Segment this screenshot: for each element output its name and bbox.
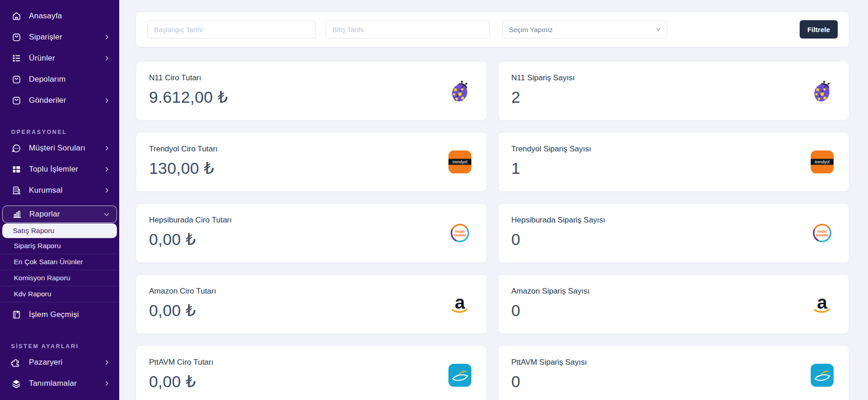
sidebar-item-label: Depolarım	[29, 75, 66, 84]
n11-ladybug-icon	[448, 79, 472, 103]
sidebar-item-urunler[interactable]: Ürünler	[0, 48, 119, 69]
sidebar-item-tanimlamalar[interactable]: Tanımlamalar	[0, 373, 119, 394]
card-value: 0	[511, 230, 836, 249]
start-date-input[interactable]	[147, 20, 316, 39]
warehouse-bag-icon	[11, 74, 22, 85]
chevron-right-icon	[104, 359, 110, 366]
card-value: 2	[511, 88, 836, 106]
history-book-icon	[11, 310, 22, 320]
amazon-icon: a	[448, 292, 472, 316]
card-n11-ciro: N11 Ciro Tutarı 9.612,00 ₺	[136, 61, 487, 121]
card-value: 0,00 ₺	[149, 301, 474, 320]
sidebar-item-label: İşlem Geçmişi	[29, 310, 79, 319]
svg-text:burada: burada	[816, 233, 829, 237]
sidebar-item-islem-gecmisi[interactable]: İşlem Geçmişi	[0, 304, 119, 325]
card-hepsiburada-siparis: Hepsiburada Sipariş Sayısı 0 hepsiburada	[498, 203, 849, 263]
card-title: Hepsiburada Sipariş Sayısı	[511, 216, 836, 225]
card-value: 130,00 ₺	[149, 159, 474, 178]
sidebar-subitem-label: En Çok Satan Ürünler	[14, 258, 83, 266]
card-title: Hepsiburada Ciro Tutarı	[149, 216, 474, 225]
orders-bag-icon	[11, 32, 22, 43]
sidebar-subitem-komisyon-raporu[interactable]: Komisyon Raporu	[1, 270, 118, 286]
sidebar-item-anasayfa[interactable]: Anasayfa	[0, 6, 119, 27]
grid-table-icon	[11, 164, 22, 175]
hepsiburada-icon: hepsiburada	[448, 221, 472, 245]
sidebar-section-operational: OPERASYONEL	[0, 127, 119, 138]
card-title: N11 Sipariş Sayısı	[511, 73, 836, 83]
main-content: Seçim Yapınız ˅ Filtrele N11 Ciro Tutarı…	[119, 0, 868, 400]
card-trendyol-siparis: Trendyol Sipariş Sayısı 1 trendyol	[498, 132, 849, 192]
sidebar-item-pazaryeri[interactable]: Pazaryeri	[0, 352, 119, 373]
n11-ladybug-icon	[810, 79, 834, 103]
sidebar-item-label: Toplu İşlemler	[29, 165, 78, 174]
marketplace-select[interactable]: Seçim Yapınız ˅	[502, 20, 667, 39]
sidebar-item-toplu-islemler[interactable]: Toplu İşlemler	[0, 159, 119, 180]
svg-text:a: a	[817, 292, 828, 312]
sidebar-item-label: Gönderiler	[29, 96, 66, 105]
sidebar-item-gonderiler[interactable]: Gönderiler	[0, 90, 119, 111]
card-value: 0	[511, 372, 836, 391]
card-value: 0,00 ₺	[149, 372, 474, 391]
chevron-right-icon	[104, 187, 110, 194]
card-hepsiburada-ciro: Hepsiburada Ciro Tutarı 0,00 ₺ hepsibura…	[136, 203, 487, 263]
card-trendyol-ciro: Trendyol Ciro Tutarı 130,00 ₺ trendyol	[136, 132, 487, 192]
reports-submenu: Sipariş Raporu En Çok Satan Ürünler Komi…	[0, 238, 119, 302]
svg-text:trendyol: trendyol	[453, 160, 467, 164]
chevron-right-icon	[104, 97, 110, 104]
card-title: Amazon Ciro Tutarı	[149, 287, 474, 296]
card-pttavm-ciro: PttAVM Ciro Tutarı 0,00 ₺	[136, 345, 487, 400]
sidebar-item-label: Müşteri Soruları	[29, 144, 85, 153]
shipments-bag-icon	[11, 95, 22, 106]
sidebar-item-raporlar[interactable]: Raporlar	[2, 206, 117, 223]
card-title: PttAVM Ciro Tutarı	[149, 358, 474, 367]
end-date-input[interactable]	[326, 20, 490, 39]
card-title: PttAVM Sipariş Sayısı	[511, 358, 836, 367]
chevron-down-icon: ˅	[656, 26, 661, 33]
marketplace-select-value: Seçim Yapınız	[509, 26, 553, 33]
card-value: 0,00 ₺	[149, 230, 474, 249]
sidebar-section-system: SİSTEM AYARLARI	[0, 341, 119, 352]
chevron-right-icon	[104, 145, 110, 151]
sidebar-item-label: Kurumsal	[29, 186, 62, 195]
card-amazon-ciro: Amazon Ciro Tutarı 0,00 ₺ a	[136, 274, 487, 334]
sidebar-item-label: Pazaryeri	[29, 358, 63, 367]
filter-button[interactable]: Filtrele	[800, 20, 838, 39]
hepsiburada-icon: hepsiburada	[810, 221, 834, 245]
svg-text:a: a	[455, 292, 465, 312]
card-value: 9.612,00 ₺	[149, 88, 474, 106]
sidebar-item-label: Raporlar	[29, 210, 60, 219]
card-title: N11 Ciro Tutarı	[149, 73, 474, 83]
sidebar-item-kurumsal[interactable]: Kurumsal	[0, 180, 119, 201]
pttavm-icon	[448, 363, 472, 387]
card-amazon-siparis: Amazon Sipariş Sayısı 0 a	[498, 274, 849, 334]
sidebar-item-depolarim[interactable]: Depolarım	[0, 69, 119, 90]
sidebar-subitem-siparis-raporu[interactable]: Sipariş Raporu	[1, 238, 118, 254]
sidebar-subitem-label: Kdv Raporu	[14, 290, 51, 298]
sidebar-item-label: Anasayfa	[29, 11, 62, 21]
sidebar: Anasayfa Siparişler Ürünler Depola	[0, 0, 119, 400]
card-pttavm-siparis: PttAVM Sipariş Sayısı 0	[498, 345, 849, 400]
products-list-icon	[11, 53, 22, 64]
sidebar-item-musteri-sorulari[interactable]: Müşteri Soruları	[0, 138, 119, 159]
puzzle-icon	[11, 357, 22, 368]
home-icon	[11, 11, 22, 22]
sidebar-item-label: Siparişler	[29, 33, 62, 42]
chevron-right-icon	[104, 166, 110, 172]
sidebar-item-label: Ürünler	[29, 54, 55, 63]
chevron-right-icon	[104, 34, 110, 40]
card-title: Trendyol Sipariş Sayısı	[511, 144, 836, 154]
chevron-down-icon	[103, 211, 110, 218]
card-value: 1	[511, 159, 836, 178]
card-title: Trendyol Ciro Tutarı	[149, 144, 474, 154]
trendyol-icon: trendyol	[810, 150, 834, 174]
chevron-right-icon	[104, 55, 110, 61]
stat-cards-grid: N11 Ciro Tutarı 9.612,00 ₺ N11 Sipariş S…	[136, 61, 849, 400]
sidebar-item-siparisler[interactable]: Siparişler	[0, 27, 119, 48]
sidebar-subitem-label: Sipariş Raporu	[14, 242, 61, 250]
sidebar-subitem-kdv-raporu[interactable]: Kdv Raporu	[1, 286, 118, 302]
sidebar-subitem-en-cok-satan-urunler[interactable]: En Çok Satan Ürünler	[1, 254, 118, 270]
sidebar-subitem-satis-raporu[interactable]: Satış Raporu	[2, 223, 117, 238]
svg-text:trendyol: trendyol	[815, 160, 829, 164]
trendyol-icon: trendyol	[448, 150, 472, 174]
sidebar-subitem-label: Komisyon Raporu	[14, 274, 70, 282]
